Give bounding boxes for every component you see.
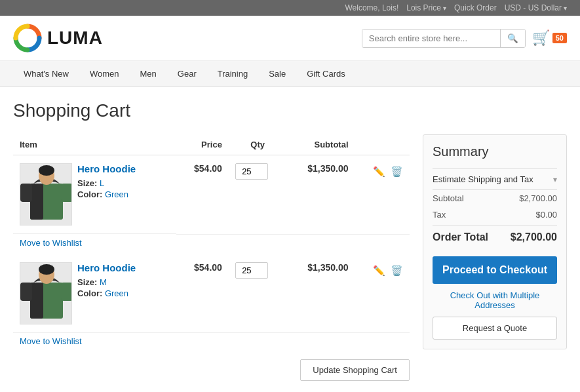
logo-text: LUMA (47, 28, 103, 49)
currency-dropdown[interactable]: USD - US Dollar (505, 3, 567, 12)
qty-input[interactable] (235, 163, 268, 180)
svg-rect-3 (20, 184, 32, 202)
svg-point-12 (39, 264, 54, 275)
top-bar: Welcome, Lois! Lois Price Quick Order US… (0, 0, 580, 16)
item-details-2: Hero Hoodie Size: M Color: Green (72, 262, 136, 300)
estimate-shipping-row[interactable]: Estimate Shipping and Tax ▾ (433, 168, 557, 190)
delete-icon[interactable]: 🗑️ (391, 166, 403, 178)
item-name-2: Hero Hoodie (77, 262, 136, 273)
item-qty (229, 155, 287, 235)
item-size: Size: L (77, 178, 136, 188)
header-right: 🔍 🛒 50 (362, 29, 567, 48)
subtotal-value: $2,700.00 (519, 193, 557, 203)
logo[interactable]: LUMA (13, 24, 103, 52)
wishlist-row: Move to Wishlist (13, 234, 410, 254)
page-content: Shopping Cart Item Price Qty Subtotal (0, 87, 580, 392)
item-size-2: Size: M (77, 277, 136, 287)
nav-gear[interactable]: Gear (167, 61, 207, 87)
page-title: Shopping Cart (13, 100, 567, 121)
nav-training[interactable]: Training (207, 61, 258, 87)
table-row: Hero Hoodie Size: L Color: Green (13, 155, 410, 235)
col-qty: Qty (229, 134, 287, 155)
cart-badge: 50 (552, 33, 567, 43)
svg-rect-4 (61, 184, 72, 202)
col-subtotal: Subtotal (286, 134, 355, 155)
nav-women[interactable]: Women (79, 61, 130, 87)
search-button[interactable]: 🔍 (500, 29, 525, 47)
item-subtotal: $1,350.00 (286, 155, 355, 235)
cart-layout: Item Price Qty Subtotal (13, 134, 567, 381)
qty-input-2[interactable] (235, 262, 268, 279)
col-item: Item (13, 134, 176, 155)
tax-line: Tax $0.00 (433, 206, 557, 223)
svg-rect-9 (20, 283, 32, 301)
item-name: Hero Hoodie (77, 163, 136, 174)
nav-gift-cards[interactable]: Gift Cards (296, 61, 356, 87)
move-wishlist-link-2[interactable]: Move to Wishlist (20, 336, 82, 346)
item-actions-cell-2: ✏️ 🗑️ (355, 254, 410, 333)
item-qty-2 (229, 254, 287, 333)
item-subtotal-2: $1,350.00 (286, 254, 355, 333)
order-total-row: Order Total $2,700.00 (433, 225, 557, 248)
search-box: 🔍 (362, 29, 526, 48)
nav-men[interactable]: Men (130, 61, 167, 87)
cart-main: Item Price Qty Subtotal (13, 134, 410, 381)
svg-rect-10 (61, 283, 72, 301)
action-icons-2: ✏️ 🗑️ (362, 265, 404, 277)
table-row: Hero Hoodie Size: M Color: Green (13, 254, 410, 333)
svg-point-6 (39, 165, 54, 176)
item-price: $54.00 (176, 155, 228, 235)
item-color: Color: Green (77, 189, 136, 199)
col-price: Price (176, 134, 228, 155)
item-image (20, 163, 72, 225)
tax-value: $0.00 (535, 210, 557, 220)
nav-sale[interactable]: Sale (258, 61, 296, 87)
nav: What's New Women Men Gear Training Sale … (0, 61, 580, 87)
update-cart-button[interactable]: Update Shopping Cart (300, 359, 410, 381)
search-input[interactable] (362, 29, 500, 47)
welcome-text: Welcome, Lois! (345, 3, 398, 12)
item-details: Hero Hoodie Size: L Color: Green (72, 163, 136, 201)
subtotal-label: Subtotal (433, 193, 464, 203)
action-icons: ✏️ 🗑️ (362, 166, 404, 178)
tax-label: Tax (433, 210, 446, 220)
wishlist-row-2: Move to Wishlist (13, 333, 410, 353)
chevron-down-icon: ▾ (553, 175, 557, 184)
item-price-2: $54.00 (176, 254, 228, 333)
logo-icon (13, 24, 42, 52)
cart-table: Item Price Qty Subtotal (13, 134, 410, 353)
quick-order-link[interactable]: Quick Order (454, 3, 497, 12)
user-dropdown[interactable]: Lois Price (406, 3, 446, 12)
item-actions-cell: ✏️ 🗑️ (355, 155, 410, 235)
cart-icon-wrap[interactable]: 🛒 50 (532, 29, 567, 47)
edit-icon[interactable]: ✏️ (373, 166, 385, 178)
edit-icon-2[interactable]: ✏️ (373, 265, 385, 277)
subtotal-line: Subtotal $2,700.00 (433, 190, 557, 206)
summary-title: Summary (433, 144, 557, 159)
summary-box: Summary Estimate Shipping and Tax ▾ Subt… (423, 134, 567, 349)
cart-sidebar: Summary Estimate Shipping and Tax ▾ Subt… (423, 134, 567, 349)
proceed-checkout-button[interactable]: Proceed to Checkout (433, 256, 557, 284)
order-total-value: $2,700.00 (511, 231, 557, 243)
cart-bottom: Update Shopping Cart (13, 359, 410, 381)
item-color-2: Color: Green (77, 288, 136, 298)
header: LUMA 🔍 🛒 50 (0, 16, 580, 61)
estimate-label: Estimate Shipping and Tax (433, 174, 533, 184)
request-quote-button[interactable]: Request a Quote (433, 317, 557, 340)
order-total-label: Order Total (433, 231, 488, 243)
move-wishlist-link-1[interactable]: Move to Wishlist (20, 238, 82, 248)
cart-icon: 🛒 (532, 29, 550, 47)
nav-whats-new[interactable]: What's New (13, 61, 79, 87)
item-image-2 (20, 262, 72, 324)
multiple-addresses-link[interactable]: Check Out with Multiple Addresses (433, 290, 557, 310)
delete-icon-2[interactable]: 🗑️ (391, 265, 403, 277)
